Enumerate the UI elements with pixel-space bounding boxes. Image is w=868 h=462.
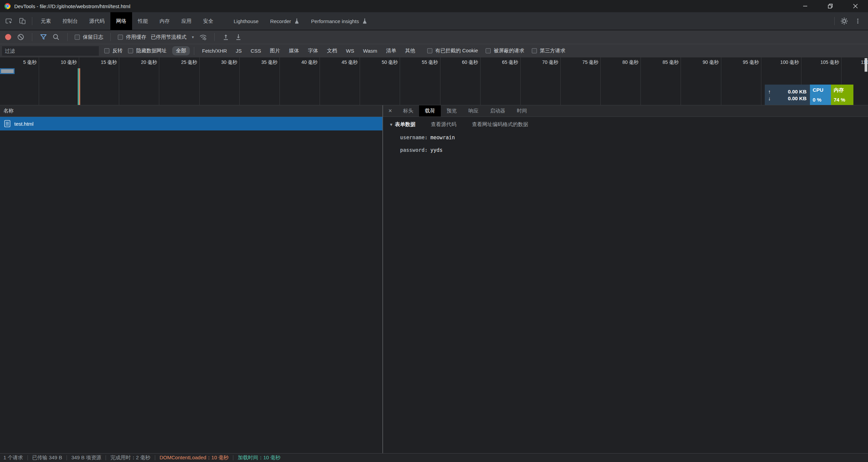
ruler-tick-label: 95 毫秒 xyxy=(719,59,759,66)
device-toolbar-icon xyxy=(19,17,26,25)
third-party-label: 第三方请求 xyxy=(540,48,565,54)
hide-data-urls-checkbox-group[interactable]: 隐藏数据网址 xyxy=(128,48,167,54)
blocked-cookies-checkbox[interactable] xyxy=(427,48,432,53)
filter-chip-doc[interactable]: 文档 xyxy=(323,46,341,55)
request-list: test.html xyxy=(0,117,382,130)
tab-console[interactable]: 控制台 xyxy=(57,12,84,30)
close-details-button[interactable]: × xyxy=(383,105,397,117)
tab-lighthouse[interactable]: Lighthouse xyxy=(228,12,264,30)
tab-sources[interactable]: 源代码 xyxy=(84,12,110,30)
experimental-flask-icon xyxy=(362,18,367,24)
filter-chip-other[interactable]: 其他 xyxy=(401,46,419,55)
filter-chip-fetch-xhr[interactable]: Fetch/XHR xyxy=(198,47,231,55)
disable-cache-checkbox-group[interactable]: 停用缓存 xyxy=(118,34,146,40)
hide-data-urls-label: 隐藏数据网址 xyxy=(136,48,167,54)
filter-chip-all[interactable]: 全部 xyxy=(172,46,190,55)
detail-tab-payload[interactable]: 载荷 xyxy=(419,105,441,117)
blocked-requests-checkbox-group[interactable]: 被屏蔽的请求 xyxy=(486,48,524,54)
filter-chip-css[interactable]: CSS xyxy=(247,47,265,55)
throttling-select[interactable]: 已停用节流模式 ▼ xyxy=(151,34,195,40)
tab-performance[interactable]: 性能 xyxy=(132,12,154,30)
name-column-header[interactable]: 名称 xyxy=(0,105,382,117)
tab-label: 控制台 xyxy=(62,18,78,24)
tab-label: 内存 xyxy=(160,18,170,24)
detail-tab-timing[interactable]: 时间 xyxy=(511,105,533,117)
inspect-cursor-icon xyxy=(5,17,13,25)
cpu-value: 0 % xyxy=(813,97,828,103)
detail-tab-initiator[interactable]: 启动器 xyxy=(484,105,511,117)
export-har-button[interactable] xyxy=(234,33,242,41)
blocked-requests-checkbox[interactable] xyxy=(486,48,491,53)
status-load-time: 加载时间：10 毫秒 xyxy=(233,455,285,461)
toolbar-divider xyxy=(110,33,111,41)
preserve-log-checkbox-group[interactable]: 保留日志 xyxy=(75,34,103,40)
view-source-link[interactable]: 查看源代码 xyxy=(431,121,456,128)
toolbar-divider xyxy=(67,33,68,41)
filter-chip-media[interactable]: 媒体 xyxy=(285,46,303,55)
view-url-encoded-link[interactable]: 查看网址编码格式的数据 xyxy=(472,121,528,128)
settings-gear-button[interactable] xyxy=(837,12,851,30)
invert-filter-checkbox-group[interactable]: 反转 xyxy=(104,48,123,54)
filter-input[interactable] xyxy=(2,46,99,56)
invert-filter-label: 反转 xyxy=(112,48,123,54)
tab-security[interactable]: 安全 xyxy=(197,12,219,30)
third-party-checkbox-group[interactable]: 第三方请求 xyxy=(532,48,565,54)
filter-chip-ws[interactable]: WS xyxy=(342,47,358,55)
clear-network-log-button[interactable] xyxy=(17,33,25,41)
import-har-button[interactable] xyxy=(222,33,230,41)
triangle-down-icon[interactable]: ▼ xyxy=(389,122,393,127)
restore-button[interactable] xyxy=(818,0,843,12)
toolbar-divider xyxy=(214,33,215,41)
filter-chip-font[interactable]: 字体 xyxy=(304,46,322,55)
memory-usage-overlay: 内存 74 % xyxy=(831,85,853,105)
toolbar-divider xyxy=(32,17,32,25)
tab-application[interactable]: 应用 xyxy=(176,12,197,30)
ruler-tick-label: 100 毫秒 xyxy=(759,59,799,66)
filter-chip-js[interactable]: JS xyxy=(232,47,246,55)
minimize-button[interactable] xyxy=(793,0,818,12)
device-toolbar-button[interactable] xyxy=(16,12,29,30)
disable-cache-label: 停用缓存 xyxy=(126,34,146,40)
kebab-menu-button[interactable] xyxy=(851,12,865,30)
document-icon xyxy=(4,120,11,127)
close-button[interactable] xyxy=(843,0,868,12)
tab-performance-insights[interactable]: Performance insights xyxy=(305,12,373,30)
form-data-entry: password:yyds xyxy=(400,147,868,153)
third-party-checkbox[interactable] xyxy=(532,48,537,53)
tab-recorder[interactable]: Recorder xyxy=(264,12,305,30)
hide-data-urls-checkbox[interactable] xyxy=(128,48,133,53)
filter-chip-wasm[interactable]: Wasm xyxy=(359,47,381,55)
network-conditions-button[interactable] xyxy=(199,33,207,41)
ruler-tick-label: 90 毫秒 xyxy=(679,59,719,66)
filter-toggle-button[interactable] xyxy=(39,33,48,41)
status-transferred: 已传输 349 B xyxy=(28,455,67,461)
request-row[interactable]: test.html xyxy=(0,117,382,130)
status-dom-content-loaded: DOMContentLoaded：10 毫秒 xyxy=(155,455,233,461)
tab-elements[interactable]: 元素 xyxy=(35,12,57,30)
detail-tab-preview[interactable]: 预览 xyxy=(441,105,463,117)
status-resources: 349 B 项资源 xyxy=(67,455,106,461)
status-requests-count: 1 个请求 xyxy=(3,455,28,461)
status-bar: 1 个请求已传输 349 B349 B 项资源完成用时：2 毫秒DOMConte… xyxy=(0,453,868,462)
chevron-down-icon: ▼ xyxy=(191,35,195,39)
filter-chip-manifest[interactable]: 清单 xyxy=(382,46,400,55)
invert-filter-checkbox[interactable] xyxy=(104,48,109,53)
detail-tab-headers[interactable]: 标头 xyxy=(397,105,419,117)
blocked-cookies-checkbox-group[interactable]: 有已拦截的 Cookie xyxy=(427,48,478,54)
clear-icon xyxy=(17,33,24,41)
ruler-tick-label: 15 毫秒 xyxy=(77,59,117,66)
form-data-section-header[interactable]: ▼ 表单数据 查看源代码 查看网址编码格式的数据 xyxy=(389,121,868,128)
title-bar: DevTools - file:///D:/git/note/webstrom/… xyxy=(0,0,868,12)
search-button[interactable] xyxy=(52,33,60,41)
record-network-log-button[interactable] xyxy=(4,33,12,41)
filter-chip-img[interactable]: 图片 xyxy=(266,46,284,55)
preserve-log-checkbox[interactable] xyxy=(75,35,80,40)
ruler-tick-label: 30 毫秒 xyxy=(197,59,237,66)
main-tabs: 元素控制台源代码网络性能内存应用安全LighthouseRecorderPerf… xyxy=(35,12,373,30)
detail-tab-response[interactable]: 响应 xyxy=(463,105,484,117)
overview-request-bar[interactable] xyxy=(0,68,15,74)
inspect-element-button[interactable] xyxy=(2,12,16,30)
tab-network[interactable]: 网络 xyxy=(110,12,132,30)
disable-cache-checkbox[interactable] xyxy=(118,35,123,40)
tab-memory[interactable]: 内存 xyxy=(154,12,176,30)
